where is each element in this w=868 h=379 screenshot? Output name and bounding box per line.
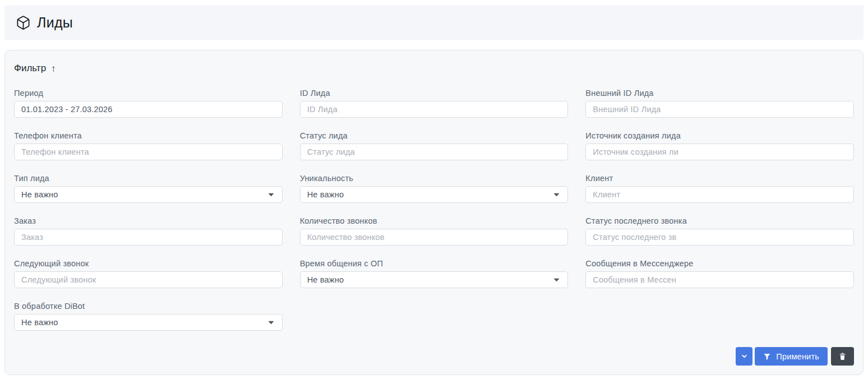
field-last-call-status: Статус последнего звонка xyxy=(585,216,854,246)
filter-title: Фильтр xyxy=(14,63,46,74)
period-input[interactable] xyxy=(14,101,283,118)
apply-options-toggle-button[interactable] xyxy=(736,347,752,366)
field-messenger-messages: Сообщения в Мессенджере xyxy=(585,259,854,288)
field-label: Внешний ID Лида xyxy=(585,89,854,98)
box-icon xyxy=(16,15,31,30)
messenger-messages-input[interactable] xyxy=(585,271,854,288)
calls-count-input[interactable] xyxy=(300,229,569,246)
field-external-lead-id: Внешний ID Лида xyxy=(585,89,854,118)
clear-filter-button[interactable] xyxy=(831,347,854,366)
field-label: Источник создания лида xyxy=(585,131,854,140)
lead-source-input[interactable] xyxy=(585,144,854,160)
filter-actions: Применить xyxy=(14,347,854,366)
filter-fields-grid: Период ID Лида Внешний ID Лида Телефон к… xyxy=(14,89,854,331)
filter-panel: Фильтр ↑ Период ID Лида Внешний ID Лида … xyxy=(4,50,864,375)
apply-button-label: Применить xyxy=(776,352,819,361)
page-header: Лиды xyxy=(4,5,864,40)
filter-header[interactable]: Фильтр ↑ xyxy=(14,63,854,74)
field-lead-id: ID Лида xyxy=(300,89,569,118)
arrow-up-icon[interactable]: ↑ xyxy=(51,64,56,73)
external-lead-id-input[interactable] xyxy=(585,101,854,118)
field-label: Заказ xyxy=(14,216,283,225)
field-label: Тип лида xyxy=(14,174,283,183)
select-value: Не важно xyxy=(21,190,58,199)
field-label: Количество звонков xyxy=(300,216,569,225)
field-label: В обработке DiBot xyxy=(14,302,283,311)
field-period: Период xyxy=(14,89,283,118)
field-label: Период xyxy=(14,89,283,98)
field-label: Время общения с ОП xyxy=(300,259,569,268)
caret-down-icon xyxy=(553,193,560,197)
field-lead-type: Тип лида Не важно xyxy=(14,174,283,203)
field-next-call: Следующий звонок xyxy=(14,259,283,288)
uniqueness-select[interactable]: Не важно xyxy=(300,186,569,203)
lead-status-input[interactable] xyxy=(300,144,569,160)
field-label: Статус лида xyxy=(300,131,569,140)
field-label: ID Лида xyxy=(300,89,569,98)
caret-down-icon xyxy=(553,278,560,282)
page-title: Лиды xyxy=(37,15,73,31)
field-dibot-processing: В обработке DiBot Не важно xyxy=(14,302,283,331)
field-order: Заказ xyxy=(14,216,283,246)
lead-type-select[interactable]: Не важно xyxy=(14,186,283,203)
funnel-icon xyxy=(763,353,771,360)
client-phone-input[interactable] xyxy=(14,144,283,160)
field-uniqueness: Уникальность Не важно xyxy=(300,174,569,203)
field-label: Уникальность xyxy=(300,174,569,183)
field-op-talk-time: Время общения с ОП Не важно xyxy=(300,259,569,288)
last-call-status-input[interactable] xyxy=(585,229,854,246)
field-label: Клиент xyxy=(585,174,854,183)
chevron-down-icon xyxy=(741,353,748,360)
field-lead-source: Источник создания лида xyxy=(585,131,854,160)
next-call-input[interactable] xyxy=(14,271,283,288)
field-lead-status: Статус лида xyxy=(300,131,569,160)
field-label: Следующий звонок xyxy=(14,259,283,268)
client-input[interactable] xyxy=(585,186,854,203)
field-client: Клиент xyxy=(585,174,854,203)
dibot-processing-select[interactable]: Не важно xyxy=(14,314,283,331)
field-client-phone: Телефон клиента xyxy=(14,131,283,160)
select-value: Не важно xyxy=(307,190,344,199)
op-talk-time-select[interactable]: Не важно xyxy=(300,271,569,288)
lead-id-input[interactable] xyxy=(300,101,569,118)
field-calls-count: Количество звонков xyxy=(300,216,569,246)
trash-icon xyxy=(838,352,847,361)
caret-down-icon xyxy=(268,193,274,197)
field-label: Сообщения в Мессенджере xyxy=(585,259,854,268)
select-value: Не важно xyxy=(21,318,58,327)
apply-button[interactable]: Применить xyxy=(755,347,828,366)
field-label: Телефон клиента xyxy=(14,131,283,140)
caret-down-icon xyxy=(268,321,274,325)
order-input[interactable] xyxy=(14,229,283,246)
select-value: Не важно xyxy=(307,275,344,284)
field-label: Статус последнего звонка xyxy=(585,216,854,225)
